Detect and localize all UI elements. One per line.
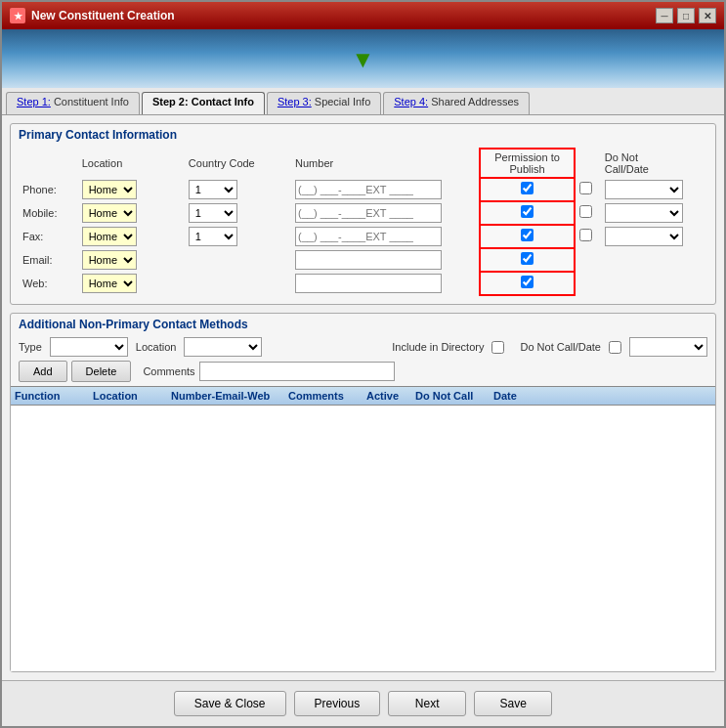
- email-location-cell: HomeWorkOther: [78, 248, 185, 272]
- mobile-country-select[interactable]: 144: [189, 203, 237, 223]
- grid-col-location: Location: [93, 390, 171, 402]
- comments-input[interactable]: [199, 362, 395, 381]
- phone-location-cell: HomeWorkOther: [78, 178, 185, 201]
- web-label: Web:: [19, 272, 78, 295]
- comments-row: Add Delete Comments: [19, 361, 707, 382]
- fax-donotcall-date-select[interactable]: [605, 227, 683, 246]
- previous-button[interactable]: Previous: [294, 691, 381, 716]
- window-title: New Constituent Creation: [31, 9, 175, 22]
- add-button[interactable]: Add: [19, 361, 67, 382]
- save-close-button[interactable]: Save & Close: [174, 691, 286, 716]
- tab-step1[interactable]: Step 1: Constituent Info: [6, 92, 140, 114]
- next-button[interactable]: Next: [388, 691, 466, 716]
- maximize-button[interactable]: □: [677, 8, 695, 23]
- phone-number-input[interactable]: [295, 180, 442, 199]
- tab-step2[interactable]: Step 2: Contact Info: [142, 92, 265, 114]
- phone-country-select[interactable]: 144: [189, 180, 237, 199]
- type-select[interactable]: [50, 337, 128, 357]
- tab-step4-rest: Shared Addresses: [428, 96, 519, 107]
- tab-step2-label: Step 2: Contact Info: [152, 96, 254, 107]
- type-label: Type: [19, 341, 42, 353]
- additional-section-title: Additional Non-Primary Contact Methods: [11, 314, 715, 333]
- location-select[interactable]: [184, 337, 262, 357]
- phone-donotcall-checkbox[interactable]: [579, 182, 592, 194]
- grid-col-function: Function: [15, 390, 93, 402]
- do-not-date-select[interactable]: [629, 337, 707, 357]
- additional-controls: Type Location Include in Directory Do No…: [11, 333, 715, 386]
- save-button[interactable]: Save: [474, 691, 552, 716]
- phone-location-select[interactable]: HomeWorkOther: [82, 180, 137, 199]
- tab-step3[interactable]: Step 3: Special Info: [267, 92, 381, 114]
- grid-body: [11, 406, 715, 671]
- email-permission-checkbox[interactable]: [521, 252, 534, 265]
- fax-country-cell: 144: [185, 225, 291, 248]
- window-controls: ─ □ ✕: [656, 8, 716, 23]
- web-permission-checkbox[interactable]: [521, 276, 534, 288]
- header-gradient: ▼: [2, 29, 724, 88]
- table-row: Phone: HomeWorkOther 144: [19, 178, 707, 201]
- tab-step1-link[interactable]: Step 1:: [17, 96, 51, 107]
- mobile-donotcall-date-cell: [601, 201, 707, 225]
- content-area: Primary Contact Information Location Cou…: [2, 115, 724, 680]
- fax-donotcall-date-cell: [601, 225, 707, 248]
- tab-step3-link[interactable]: Step 3:: [278, 96, 312, 107]
- type-location-row: Type Location Include in Directory Do No…: [19, 337, 707, 357]
- mobile-permission-cell: [480, 201, 575, 225]
- tab-step4[interactable]: Step 4: Shared Addresses: [383, 92, 530, 114]
- phone-donotcall-date-select[interactable]: [605, 180, 683, 199]
- web-location-cell: HomeWorkOther: [78, 272, 185, 295]
- tab-step4-link[interactable]: Step 4:: [394, 96, 428, 107]
- do-not-checkbox[interactable]: [609, 341, 621, 354]
- web-input-cell: [291, 272, 480, 295]
- minimize-button[interactable]: ─: [656, 8, 673, 23]
- close-button[interactable]: ✕: [699, 8, 716, 23]
- web-country-cell: [185, 272, 291, 295]
- web-permission-cell: [480, 272, 575, 295]
- mobile-number-cell: [291, 201, 480, 225]
- table-row: Web: HomeWorkOther: [19, 272, 707, 295]
- title-bar: ★ New Constituent Creation ─ □ ✕: [2, 2, 724, 29]
- fax-number-cell: [291, 225, 480, 248]
- grid-col-do-not-call: Do Not Call: [415, 390, 493, 402]
- fax-number-input[interactable]: [295, 227, 442, 246]
- email-location-select[interactable]: HomeWorkOther: [82, 250, 137, 270]
- mobile-location-select[interactable]: HomeWorkOther: [82, 203, 137, 223]
- email-permission-cell: [480, 248, 575, 272]
- mobile-permission-checkbox[interactable]: [521, 205, 534, 218]
- mobile-donotcall-date-select[interactable]: [605, 203, 683, 223]
- mobile-donotcall-checkbox-cell: [575, 201, 601, 225]
- email-input[interactable]: [295, 250, 442, 270]
- col-header-country: Country Code: [185, 149, 291, 178]
- fax-location-select[interactable]: HomeWorkOther: [82, 227, 137, 246]
- phone-donotcall-date-cell: [601, 178, 707, 201]
- col-header-location: Location: [78, 149, 185, 178]
- fax-donotcall-checkbox-cell: [575, 225, 601, 248]
- mobile-location-cell: HomeWorkOther: [78, 201, 185, 225]
- fax-country-select[interactable]: 144: [189, 227, 237, 246]
- location-label: Location: [136, 341, 177, 353]
- fax-permission-checkbox[interactable]: [521, 229, 534, 241]
- additional-contact-section: Additional Non-Primary Contact Methods T…: [10, 313, 716, 672]
- fax-location-cell: HomeWorkOther: [78, 225, 185, 248]
- grid-col-active: Active: [366, 390, 415, 402]
- delete-button[interactable]: Delete: [71, 361, 132, 382]
- mobile-number-input[interactable]: [295, 203, 442, 223]
- phone-donotcall-checkbox-cell: [575, 178, 601, 201]
- col-header-permission: Permission to Publish: [480, 149, 575, 178]
- primary-contact-table: Location Country Code Number Permission …: [19, 148, 707, 296]
- step-arrow-indicator: ▼: [352, 48, 375, 71]
- phone-permission-checkbox[interactable]: [521, 182, 534, 194]
- grid-col-date: Date: [493, 390, 572, 402]
- primary-section-title: Primary Contact Information: [11, 124, 715, 144]
- include-directory-checkbox[interactable]: [491, 341, 504, 354]
- web-location-select[interactable]: HomeWorkOther: [82, 274, 137, 293]
- tab-step3-rest: Special Info: [312, 96, 371, 107]
- table-row: Fax: HomeWorkOther 144: [19, 225, 707, 248]
- grid-col-comments: Comments: [288, 390, 366, 402]
- footer: Save & Close Previous Next Save: [2, 680, 724, 726]
- mobile-label: Mobile:: [19, 201, 78, 225]
- fax-donotcall-checkbox[interactable]: [579, 229, 592, 241]
- mobile-donotcall-checkbox[interactable]: [579, 205, 592, 218]
- web-input[interactable]: [295, 274, 442, 293]
- app-icon: ★: [10, 8, 25, 23]
